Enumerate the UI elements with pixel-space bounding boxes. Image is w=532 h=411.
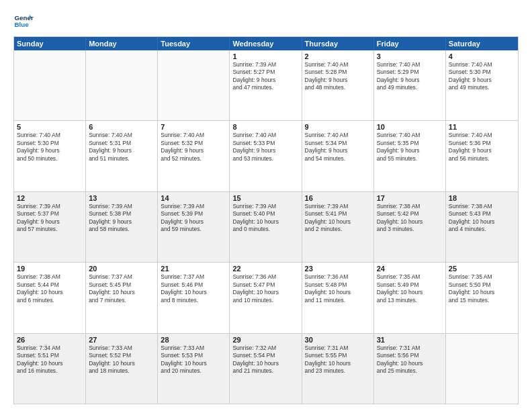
- calendar-cell: 4Sunrise: 7:40 AMSunset: 5:30 PMDaylight…: [446, 50, 518, 120]
- cell-line: and 57 minutes.: [17, 226, 83, 233]
- cell-line: Sunrise: 7:31 AM: [377, 345, 443, 352]
- calendar-row-3: 19Sunrise: 7:38 AMSunset: 5:44 PMDayligh…: [14, 263, 518, 333]
- calendar-cell: [158, 50, 230, 120]
- day-number: 27: [89, 336, 154, 344]
- calendar-cell: 5Sunrise: 7:40 AMSunset: 5:30 PMDaylight…: [14, 121, 86, 191]
- calendar-cell: [86, 50, 158, 120]
- cell-line: Sunset: 5:39 PM: [161, 210, 226, 218]
- cell-line: Daylight: 10 hours: [89, 360, 154, 367]
- calendar-cell: 16Sunrise: 7:39 AMSunset: 5:41 PMDayligh…: [302, 192, 374, 262]
- cell-line: Sunset: 5:31 PM: [89, 140, 154, 147]
- day-number: 22: [232, 265, 298, 273]
- day-number: 3: [377, 52, 443, 60]
- calendar-cell: 20Sunrise: 7:37 AMSunset: 5:45 PMDayligh…: [86, 263, 158, 332]
- cell-line: and 25 minutes.: [377, 367, 443, 375]
- cell-line: Sunset: 5:53 PM: [161, 352, 226, 359]
- cell-line: Sunrise: 7:40 AM: [377, 132, 443, 139]
- cell-line: and 49 minutes.: [377, 84, 443, 91]
- cell-line: and 2 minutes.: [305, 226, 371, 233]
- cell-line: and 48 minutes.: [305, 84, 371, 91]
- cell-line: Daylight: 9 hours: [17, 147, 83, 154]
- cell-line: and 10 minutes.: [232, 297, 298, 304]
- calendar-cell: 14Sunrise: 7:39 AMSunset: 5:39 PMDayligh…: [158, 192, 230, 262]
- day-number: 10: [377, 123, 443, 131]
- cell-line: Daylight: 10 hours: [305, 360, 371, 367]
- cell-line: Daylight: 10 hours: [305, 289, 371, 296]
- cell-line: Sunrise: 7:39 AM: [89, 203, 154, 210]
- day-number: 4: [449, 52, 515, 60]
- day-number: 5: [17, 123, 83, 131]
- calendar-cell: 19Sunrise: 7:38 AMSunset: 5:44 PMDayligh…: [14, 263, 86, 332]
- calendar-row-0: 1Sunrise: 7:39 AMSunset: 5:27 PMDaylight…: [14, 50, 518, 121]
- cell-line: and 4 minutes.: [449, 226, 515, 233]
- day-number: 13: [89, 194, 154, 202]
- cell-line: and 23 minutes.: [305, 367, 371, 375]
- cell-line: Sunset: 5:35 PM: [377, 140, 443, 147]
- calendar-header: SundayMondayTuesdayWednesdayThursdayFrid…: [14, 37, 518, 50]
- calendar-cell: 27Sunrise: 7:33 AMSunset: 5:52 PMDayligh…: [86, 334, 158, 404]
- cell-line: and 55 minutes.: [377, 155, 443, 163]
- day-number: 15: [232, 194, 298, 202]
- calendar-cell: 6Sunrise: 7:40 AMSunset: 5:31 PMDaylight…: [86, 121, 158, 191]
- cell-line: Sunrise: 7:35 AM: [449, 273, 515, 281]
- header-cell-sunday: Sunday: [14, 37, 86, 50]
- cell-line: and 6 minutes.: [17, 297, 83, 304]
- calendar-cell: 1Sunrise: 7:39 AMSunset: 5:27 PMDaylight…: [230, 50, 302, 120]
- cell-line: Daylight: 9 hours: [377, 147, 443, 154]
- cell-line: Sunset: 5:38 PM: [89, 210, 154, 218]
- calendar-cell: 7Sunrise: 7:40 AMSunset: 5:32 PMDaylight…: [158, 121, 230, 191]
- cell-line: Sunrise: 7:33 AM: [89, 345, 154, 352]
- logo-icon: General Blue: [13, 11, 34, 31]
- calendar-cell: 28Sunrise: 7:33 AMSunset: 5:53 PMDayligh…: [158, 334, 230, 404]
- cell-line: and 52 minutes.: [161, 155, 226, 163]
- cell-line: Sunset: 5:56 PM: [377, 352, 443, 359]
- calendar-cell: 25Sunrise: 7:35 AMSunset: 5:50 PMDayligh…: [446, 263, 518, 332]
- cell-line: Daylight: 10 hours: [305, 218, 371, 226]
- cell-line: and 16 minutes.: [17, 367, 83, 375]
- header-cell-tuesday: Tuesday: [158, 37, 230, 50]
- cell-line: Sunset: 5:34 PM: [305, 140, 371, 147]
- cell-line: Sunrise: 7:39 AM: [161, 203, 226, 210]
- cell-line: and 56 minutes.: [449, 155, 515, 163]
- svg-text:Blue: Blue: [15, 21, 30, 28]
- day-number: 28: [161, 336, 226, 344]
- cell-line: Daylight: 9 hours: [161, 147, 226, 154]
- cell-line: and 11 minutes.: [305, 297, 371, 304]
- day-number: 9: [305, 123, 371, 131]
- cell-line: Sunrise: 7:38 AM: [449, 203, 515, 210]
- cell-line: Sunrise: 7:40 AM: [232, 132, 298, 139]
- header-cell-wednesday: Wednesday: [230, 37, 302, 50]
- header: General Blue: [13, 11, 519, 31]
- cell-line: Sunrise: 7:32 AM: [232, 345, 298, 352]
- page: General Blue SundayMondayTuesdayWednesda…: [0, 0, 532, 411]
- calendar-cell: 29Sunrise: 7:32 AMSunset: 5:54 PMDayligh…: [230, 334, 302, 404]
- cell-line: Sunrise: 7:38 AM: [17, 273, 83, 281]
- cell-line: Sunrise: 7:37 AM: [161, 273, 226, 281]
- day-number: 6: [89, 123, 154, 131]
- cell-line: Sunset: 5:27 PM: [232, 68, 298, 76]
- cell-line: Sunset: 5:45 PM: [89, 281, 154, 289]
- cell-line: Daylight: 9 hours: [232, 77, 298, 84]
- calendar-body: 1Sunrise: 7:39 AMSunset: 5:27 PMDaylight…: [14, 50, 518, 404]
- calendar-cell: 8Sunrise: 7:40 AMSunset: 5:33 PMDaylight…: [230, 121, 302, 191]
- cell-line: Sunset: 5:54 PM: [232, 352, 298, 359]
- calendar-row-1: 5Sunrise: 7:40 AMSunset: 5:30 PMDaylight…: [14, 121, 518, 191]
- cell-line: and 58 minutes.: [89, 226, 154, 233]
- calendar-cell: 15Sunrise: 7:39 AMSunset: 5:40 PMDayligh…: [230, 192, 302, 262]
- cell-line: Daylight: 10 hours: [232, 289, 298, 296]
- cell-line: Sunrise: 7:31 AM: [305, 345, 371, 352]
- cell-line: Sunset: 5:50 PM: [449, 281, 515, 289]
- cell-line: and 18 minutes.: [89, 367, 154, 375]
- cell-line: and 20 minutes.: [161, 367, 226, 375]
- calendar-cell: 30Sunrise: 7:31 AMSunset: 5:55 PMDayligh…: [302, 334, 374, 404]
- cell-line: and 3 minutes.: [377, 226, 443, 233]
- cell-line: Daylight: 10 hours: [232, 218, 298, 226]
- calendar-cell: 12Sunrise: 7:39 AMSunset: 5:37 PMDayligh…: [14, 192, 86, 262]
- cell-line: Daylight: 10 hours: [89, 289, 154, 296]
- day-number: 24: [377, 265, 443, 273]
- calendar-cell: 21Sunrise: 7:37 AMSunset: 5:46 PMDayligh…: [158, 263, 230, 332]
- logo: General Blue: [13, 11, 34, 31]
- cell-line: Sunrise: 7:39 AM: [305, 203, 371, 210]
- cell-line: Daylight: 9 hours: [232, 147, 298, 154]
- cell-line: Daylight: 9 hours: [449, 147, 515, 154]
